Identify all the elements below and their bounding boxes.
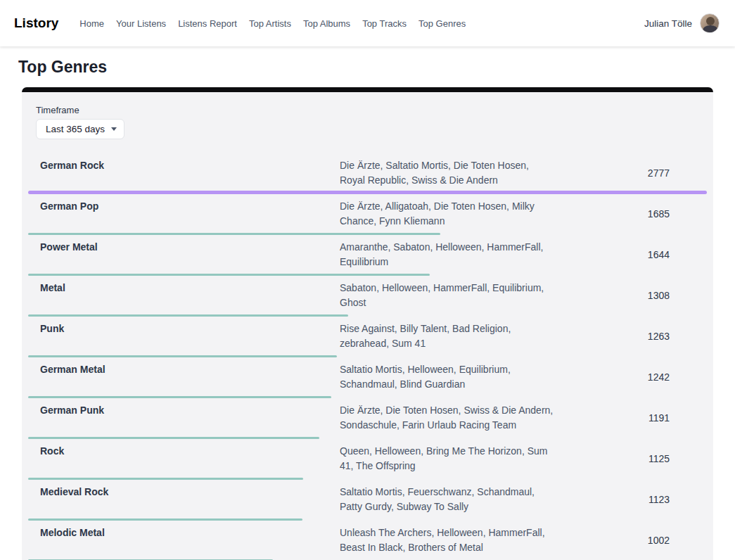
- genre-top-artists: Unleash The Archers, Helloween, HammerFa…: [340, 526, 555, 555]
- nav-link-listens-report[interactable]: Listens Report: [178, 18, 237, 29]
- genre-row: RockQueen, Helloween, Bring Me The Horiz…: [28, 439, 707, 480]
- genre-name: Power Metal: [28, 240, 340, 269]
- genre-name: Punk: [28, 322, 340, 351]
- genre-table: German RockDie Ärzte, Saltatio Mortis, D…: [28, 153, 707, 560]
- genre-name: German Pop: [28, 199, 340, 229]
- genre-name: Metal: [28, 281, 340, 310]
- genre-row: German PunkDie Ärzte, Die Toten Hosen, S…: [28, 398, 707, 439]
- genre-top-artists: Die Ärzte, Die Toten Hosen, Swiss & Die …: [340, 403, 555, 433]
- genre-row: PunkRise Against, Billy Talent, Bad Reli…: [28, 317, 707, 357]
- genre-row: Power MetalAmaranthe, Sabaton, Helloween…: [28, 235, 707, 276]
- card-body: Timeframe Last 365 days German RockDie Ä…: [22, 92, 713, 560]
- genre-row: German RockDie Ärzte, Saltatio Mortis, D…: [28, 153, 707, 194]
- genre-row: Medieval RockSaltatio Mortis, Feuerschwa…: [28, 480, 707, 521]
- genre-top-artists: Saltatio Mortis, Feuerschwanz, Schandmau…: [340, 485, 555, 514]
- chevron-down-icon: [111, 127, 117, 131]
- genre-listen-count: 1644: [565, 249, 707, 260]
- timeframe-value: Last 365 days: [46, 124, 105, 134]
- app-logo[interactable]: Listory: [14, 15, 58, 31]
- genre-listen-count: 1123: [565, 494, 707, 505]
- genre-row: German MetalSaltatio Mortis, Helloween, …: [28, 357, 707, 398]
- genre-top-artists: Rise Against, Billy Talent, Bad Religion…: [340, 322, 555, 351]
- genre-name: Melodic Metal: [28, 526, 340, 555]
- genre-name: German Punk: [28, 403, 340, 433]
- timeframe-label: Timeframe: [36, 105, 707, 115]
- genre-top-artists: Queen, Helloween, Bring Me The Horizon, …: [340, 444, 555, 473]
- top-genres-card: Timeframe Last 365 days German RockDie Ä…: [22, 87, 713, 560]
- genre-listen-count: 1242: [565, 371, 707, 383]
- card-top-bar: [22, 87, 713, 92]
- timeframe-select[interactable]: Last 365 days: [36, 119, 124, 139]
- genre-listen-count: 1263: [565, 331, 707, 342]
- genre-row: MetalSabaton, Helloween, HammerFall, Equ…: [28, 276, 707, 317]
- nav-link-top-artists[interactable]: Top Artists: [249, 18, 291, 29]
- genre-name: Medieval Rock: [28, 485, 340, 514]
- nav-link-top-genres[interactable]: Top Genres: [418, 18, 466, 29]
- genre-listen-count: 2777: [565, 167, 707, 179]
- genre-name: Rock: [28, 444, 340, 473]
- genre-name: German Metal: [28, 362, 340, 392]
- genre-top-artists: Die Ärzte, Alligatoah, Die Toten Hosen, …: [340, 199, 555, 229]
- navbar: Listory HomeYour ListensListens ReportTo…: [0, 0, 735, 46]
- user-avatar[interactable]: [700, 13, 720, 33]
- nav-link-top-tracks[interactable]: Top Tracks: [362, 18, 407, 29]
- genre-listen-count: 1002: [565, 535, 707, 546]
- user-name: Julian Tölle: [644, 18, 692, 29]
- genre-listen-count: 1125: [565, 453, 707, 464]
- genre-top-artists: Die Ärzte, Saltatio Mortis, Die Toten Ho…: [340, 158, 555, 188]
- genre-top-artists: Saltatio Mortis, Helloween, Equilibrium,…: [340, 362, 555, 392]
- genre-listen-count: 1685: [565, 208, 707, 219]
- genre-name: German Rock: [28, 158, 340, 188]
- genre-row: Melodic MetalUnleash The Archers, Hellow…: [28, 521, 707, 560]
- genre-top-artists: Amaranthe, Sabaton, Helloween, HammerFal…: [340, 240, 555, 269]
- nav-link-home[interactable]: Home: [79, 18, 104, 29]
- user-menu[interactable]: Julian Tölle: [644, 13, 720, 33]
- genre-row: German PopDie Ärzte, Alligatoah, Die Tot…: [28, 194, 707, 235]
- nav-link-your-listens[interactable]: Your Listens: [116, 18, 166, 29]
- nav-links: HomeYour ListensListens ReportTop Artist…: [79, 18, 466, 29]
- genre-listen-count: 1308: [565, 290, 707, 301]
- page-title: Top Genres: [18, 58, 735, 77]
- genre-top-artists: Sabaton, Helloween, HammerFall, Equilibr…: [340, 281, 555, 310]
- nav-link-top-albums[interactable]: Top Albums: [303, 18, 350, 29]
- genre-listen-count: 1191: [565, 412, 707, 424]
